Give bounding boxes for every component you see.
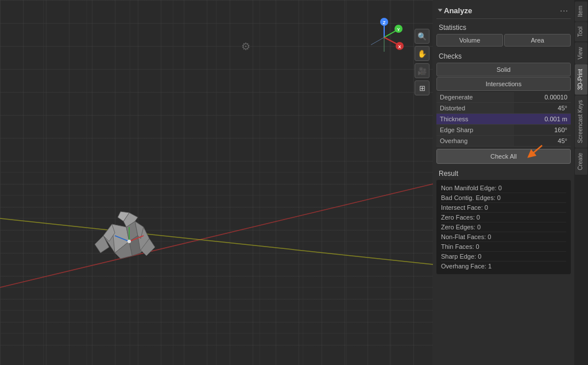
- check-row[interactable]: Degenerate 0.00010: [436, 92, 571, 103]
- result-section: Result Non Manifold Edge: 0Bad Contig. E…: [436, 168, 571, 274]
- panel-tab-create[interactable]: Create: [575, 148, 587, 175]
- collapse-icon[interactable]: [438, 9, 443, 12]
- statistics-section: Statistics Volume Area: [436, 22, 571, 47]
- panel-tab-item[interactable]: Item: [575, 1, 587, 21]
- checks-label: Checks: [436, 51, 571, 63]
- panel-tab-tool[interactable]: Tool: [575, 22, 587, 41]
- svg-line-45: [371, 37, 384, 45]
- statistics-buttons: Volume Area: [436, 34, 571, 47]
- panel-content: Analyze ··· Statistics Volume Area Check…: [433, 0, 574, 365]
- panel-menu-button[interactable]: ···: [560, 6, 568, 15]
- orientation-gizmo[interactable]: Z Y X: [364, 17, 404, 57]
- right-panel: Analyze ··· Statistics Volume Area Check…: [433, 0, 588, 365]
- result-row: Bad Contig. Edges: 0: [441, 193, 566, 203]
- check-name: Edge Sharp: [436, 125, 514, 136]
- check-name: Thickness: [436, 114, 514, 125]
- solid-button[interactable]: Solid: [436, 63, 571, 76]
- result-label: Result: [436, 168, 571, 180]
- check-value: 0.001 m: [514, 114, 571, 125]
- check-name: Degenerate: [436, 92, 514, 103]
- svg-text:X: X: [398, 44, 401, 49]
- volume-button[interactable]: Volume: [436, 34, 503, 47]
- panel-tab-screencast-keys[interactable]: Screencast Keys: [575, 95, 587, 148]
- intersections-button[interactable]: Intersections: [436, 77, 571, 91]
- 3d-object: [92, 195, 155, 253]
- check-row[interactable]: Distorted 45°: [436, 103, 571, 114]
- check-value: 0.00010: [514, 92, 571, 103]
- statistics-label: Statistics: [436, 22, 571, 34]
- pan-tool[interactable]: ✋: [415, 46, 430, 61]
- result-row: Zero Faces: 0: [441, 213, 566, 222]
- svg-text:Z: Z: [383, 20, 386, 25]
- check-row[interactable]: Overhang 45°: [436, 136, 571, 147]
- camera-tool[interactable]: 🎥: [415, 63, 430, 78]
- panel-tab-view[interactable]: View: [575, 43, 587, 64]
- svg-text:Y: Y: [397, 27, 400, 32]
- grid-tool[interactable]: ⊞: [415, 80, 430, 95]
- check-value: 45°: [514, 136, 571, 147]
- panel-tab-3d-print[interactable]: 3D-Print: [575, 64, 587, 95]
- area-button[interactable]: Area: [504, 34, 571, 47]
- check-value: 45°: [514, 103, 571, 114]
- result-row: Non Manifold Edge: 0: [441, 183, 566, 193]
- analyze-title: Analyze: [439, 6, 472, 15]
- analyze-header: Analyze ···: [436, 3, 571, 19]
- checks-table: Degenerate 0.00010Distorted 45°Thickness…: [436, 92, 571, 147]
- zoom-tool[interactable]: 🔍: [415, 29, 430, 44]
- check-all-button[interactable]: Check All: [436, 149, 571, 164]
- check-row[interactable]: Thickness 0.001 m: [436, 114, 571, 125]
- check-row[interactable]: Edge Sharp 160°: [436, 125, 571, 136]
- settings-icon[interactable]: ⚙: [241, 40, 250, 53]
- svg-point-35: [127, 240, 131, 243]
- viewport-toolbar: 🔍 ✋ 🎥 ⊞: [415, 29, 430, 95]
- result-row: Non-Flat Faces: 0: [441, 232, 566, 242]
- check-name: Overhang: [436, 136, 514, 147]
- analyze-title-text: Analyze: [444, 6, 472, 15]
- check-value: 160°: [514, 125, 571, 136]
- panel-tabs: ItemToolView3D-PrintScreencast KeysCreat…: [574, 0, 588, 365]
- result-row: Thin Faces: 0: [441, 242, 566, 252]
- result-row: Intersect Face: 0: [441, 203, 566, 213]
- check-name: Distorted: [436, 103, 514, 114]
- viewport[interactable]: Z Y X 🔍 ✋ 🎥 ⊞ ⚙: [0, 0, 433, 365]
- result-box: Non Manifold Edge: 0Bad Contig. Edges: 0…: [436, 180, 571, 274]
- checks-section: Checks Solid Intersections Degenerate 0.…: [436, 51, 571, 168]
- result-row: Zero Edges: 0: [441, 222, 566, 232]
- result-row: Sharp Edge: 0: [441, 252, 566, 262]
- result-row: Overhang Face: 1: [441, 262, 566, 271]
